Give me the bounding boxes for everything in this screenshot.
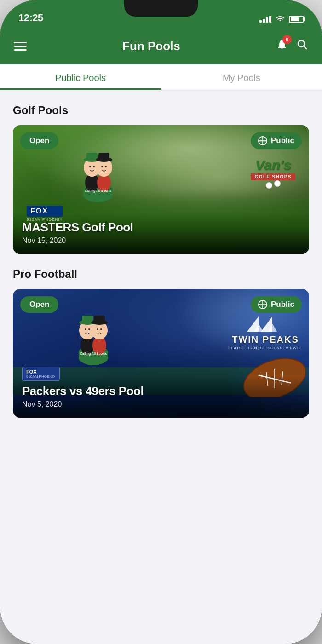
svg-rect-10 [98,153,109,161]
svg-point-26 [85,328,86,330]
tab-my-pools[interactable]: My Pools [161,64,322,90]
hamburger-line-3 [14,49,27,51]
notch [124,0,198,17]
vans-logo: Van's GOLF SHOPS [251,157,295,189]
golf-card-date: Nov 15, 2020 [22,236,300,245]
football-card-title: Packers vs 49ers Pool [22,384,300,398]
phone-frame: 12:25 [0,0,322,644]
notifications-button[interactable]: 6 [276,39,288,54]
tab-public-pools[interactable]: Public Pools [0,64,161,90]
hamburger-menu-button[interactable] [14,42,27,51]
main-content: Golf Pools Open Public [0,90,322,445]
svg-rect-25 [94,316,105,323]
svg-point-29 [100,328,102,330]
svg-point-0 [298,40,305,47]
header-actions: 6 [276,39,308,54]
svg-point-13 [101,166,103,167]
status-icons [259,14,304,24]
phone-screen: 12:25 [0,0,322,644]
globe-icon-2 [258,300,267,309]
football-card-date: Nov 5, 2020 [22,400,300,408]
golf-public-badge: Public [251,132,302,149]
football-public-badge: Public [251,296,302,313]
notification-badge: 6 [282,35,292,44]
football-card-info: Packers vs 49ers Pool Nov 5, 2020 [13,377,309,418]
golf-card-info: MASTERS Golf Pool Nov 15, 2020 [13,213,309,254]
golf-card-title: MASTERS Golf Pool [22,220,300,235]
packers-49ers-pool-card[interactable]: Open Public [13,289,309,418]
football-card-badges: Open Public [13,296,309,313]
hamburger-line-1 [14,42,27,43]
tab-bar: Public Pools My Pools [0,64,322,90]
twin-peaks-logo: TWIN PEAKS EATS · DRINKS · SCENIC VIEWS [231,314,300,350]
globe-icon [258,136,267,145]
golf-open-badge: Open [20,132,58,149]
wifi-icon [275,14,285,24]
golf-pools-section: Golf Pools Open Public [13,104,309,254]
status-time: 12:25 [18,12,43,24]
app-title: Fun Pools [122,39,180,53]
pro-football-title: Pro Football [13,268,309,281]
masters-golf-pool-card[interactable]: Open Public [13,125,309,254]
golf-mascot: Calling All Sports [73,139,123,212]
football-open-badge: Open [20,296,58,313]
signal-icon [259,16,271,23]
svg-text:Calling All Sports: Calling All Sports [80,352,107,356]
svg-point-14 [105,166,107,167]
app-header: Fun Pools 6 [0,28,322,64]
golf-card-badges: Open Public [13,132,309,149]
battery-icon [289,16,304,23]
svg-point-12 [93,166,95,167]
svg-point-28 [97,328,98,330]
svg-text:Calling All Sports: Calling All Sports [85,189,111,193]
search-icon[interactable] [296,39,308,54]
golf-pools-title: Golf Pools [13,104,309,117]
svg-point-27 [88,328,90,330]
svg-point-11 [89,166,91,167]
hamburger-line-2 [14,46,27,47]
pro-football-section: Pro Football Open [13,268,309,418]
